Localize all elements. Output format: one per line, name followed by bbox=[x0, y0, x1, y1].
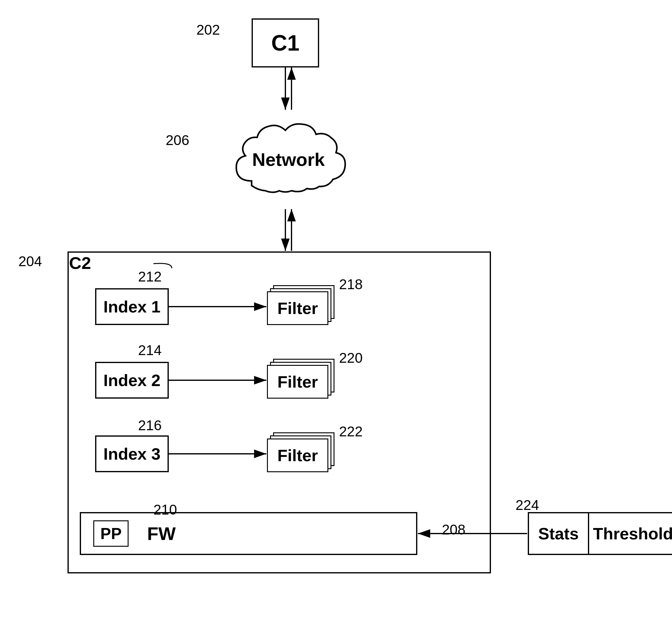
ref-202: 202 bbox=[196, 22, 220, 38]
ref-224: 224 bbox=[516, 497, 539, 513]
ref-206: 206 bbox=[166, 132, 189, 149]
network-cloud: Network bbox=[224, 110, 353, 209]
fw-label: FW bbox=[147, 523, 176, 544]
ref-220: 220 bbox=[339, 349, 363, 366]
ref-214: 214 bbox=[138, 342, 162, 359]
filter2-label: Filter bbox=[277, 372, 318, 391]
network-label: Network bbox=[252, 149, 325, 170]
index2-box: Index 2 bbox=[95, 362, 169, 399]
diagram: C1 202 Network 206 C2 204 Index 1 212 In… bbox=[0, 0, 672, 624]
pp-box: PP bbox=[93, 520, 129, 547]
ref-222: 222 bbox=[339, 423, 363, 440]
stats-box: Stats bbox=[528, 512, 589, 555]
filter3-stack: Filter bbox=[267, 432, 334, 472]
index3-label: Index 3 bbox=[103, 444, 160, 463]
c1-box: C1 bbox=[252, 18, 319, 68]
filter1-front: Filter bbox=[267, 291, 328, 325]
c1-label: C1 bbox=[271, 30, 299, 55]
filter2-stack: Filter bbox=[267, 359, 334, 399]
pp-label: PP bbox=[100, 525, 122, 542]
index1-box: Index 1 bbox=[95, 288, 169, 325]
ref-218: 218 bbox=[339, 276, 363, 292]
filter3-label: Filter bbox=[277, 446, 318, 465]
filter1-stack: Filter bbox=[267, 285, 334, 325]
c2-label: C2 bbox=[69, 253, 91, 273]
ref-212: 212 bbox=[138, 268, 162, 285]
filter1-label: Filter bbox=[277, 298, 318, 318]
fw-box: PP FW bbox=[80, 512, 417, 555]
stats-threshold-container: Stats Threshold bbox=[528, 512, 672, 555]
filter2-front: Filter bbox=[267, 365, 328, 399]
ref-204: 204 bbox=[18, 253, 42, 269]
index1-label: Index 1 bbox=[103, 297, 160, 316]
filter3-front: Filter bbox=[267, 439, 328, 472]
index3-box: Index 3 bbox=[95, 436, 169, 472]
index2-label: Index 2 bbox=[103, 371, 160, 390]
stats-label: Stats bbox=[538, 524, 579, 543]
threshold-label: Threshold bbox=[593, 524, 672, 543]
ref-210: 210 bbox=[153, 501, 177, 518]
threshold-box: Threshold bbox=[589, 512, 672, 555]
ref-208: 208 bbox=[442, 521, 466, 538]
ref-216: 216 bbox=[138, 417, 162, 434]
